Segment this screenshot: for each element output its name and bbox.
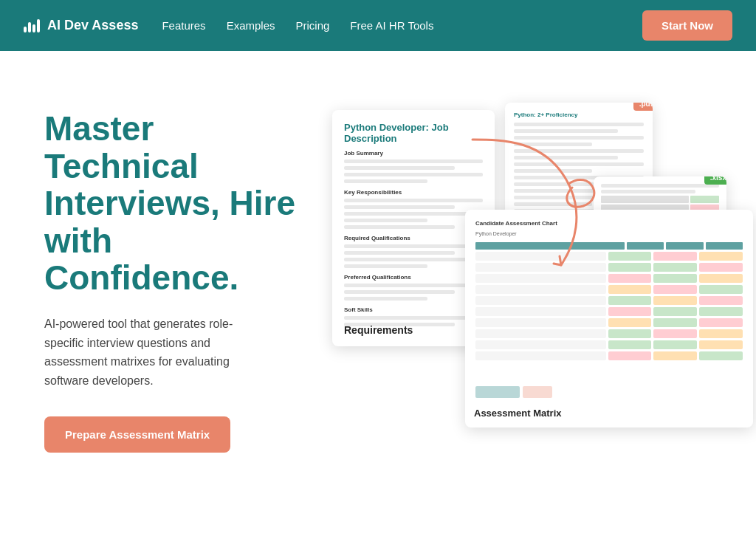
doc-line (514, 149, 644, 153)
assessment-document: Candidate Assessment Chart Python Develo… (465, 210, 753, 428)
doc-line (344, 159, 483, 163)
start-now-button[interactable]: Start Now (642, 10, 732, 41)
nav-link-features[interactable]: Features (162, 19, 205, 32)
doc-line (344, 290, 455, 294)
nav-item-examples[interactable]: Examples (227, 19, 275, 32)
pdf-badge: .pdf (633, 103, 653, 111)
doc-requirements-title: Python Developer: Job Description (344, 122, 483, 144)
doc-line (344, 264, 427, 268)
assessment-label: Assessment Matrix (474, 408, 562, 419)
doc-line (344, 297, 427, 301)
matrix-row (475, 329, 743, 338)
nav-link-examples[interactable]: Examples (227, 19, 275, 32)
doc-section-qualifications: Required Qualifications (344, 235, 483, 241)
matrix-row (475, 252, 743, 261)
logo-area: AI Dev Assess (24, 18, 138, 33)
xlsx-row (601, 196, 719, 203)
hero-title: Master Technical Interviews, Hire with C… (44, 110, 310, 297)
doc-section-summary: Job Summary (344, 150, 483, 157)
doc-line (344, 199, 483, 202)
doc-line (514, 143, 592, 146)
doc-line (344, 219, 427, 222)
matrix-row (475, 318, 743, 327)
xlsx-badge: .xlsx (704, 176, 726, 185)
matrix-row (475, 307, 743, 316)
hero-left: Master Technical Interviews, Hire with C… (44, 95, 310, 509)
nav-item-features[interactable]: Features (162, 19, 205, 32)
doc-line (514, 169, 592, 173)
doc-line (514, 129, 618, 133)
hero-right: Python Developer: Job Description Job Su… (325, 95, 712, 509)
prepare-assessment-button[interactable]: Prepare Assessment Matrix (44, 416, 230, 453)
doc-line (344, 284, 483, 287)
doc-line (344, 316, 483, 320)
assessment-sub: Python Developer (475, 231, 743, 236)
nav-item-free-tools[interactable]: Free AI HR Tools (350, 19, 433, 32)
matrix-header-row (475, 242, 743, 250)
nav-links: Features Examples Pricing Free AI HR Too… (162, 19, 433, 32)
navbar: AI Dev Assess Features Examples Pricing … (0, 0, 756, 51)
doc-line (344, 205, 455, 209)
doc-line (344, 258, 483, 261)
pdf-title: Python: 2+ Proficiency (514, 111, 644, 118)
doc-line (344, 244, 483, 248)
doc-line (514, 136, 644, 140)
doc-line (344, 166, 455, 170)
doc-line (344, 251, 455, 255)
doc-line (344, 173, 483, 176)
nav-link-free-tools[interactable]: Free AI HR Tools (350, 19, 433, 32)
doc-line (344, 212, 483, 216)
matrix-row (475, 340, 743, 349)
doc-line (514, 156, 618, 159)
requirements-label: Requirements (344, 324, 413, 336)
doc-section-responsibilities: Key Responsibilities (344, 189, 483, 196)
doc-section-softskills: Soft Skills (344, 306, 483, 313)
matrix-row (475, 263, 743, 272)
nav-link-pricing[interactable]: Pricing (295, 19, 329, 32)
matrix-row (475, 351, 743, 360)
assessment-footer (475, 386, 552, 398)
navbar-left: AI Dev Assess Features Examples Pricing … (24, 18, 433, 33)
logo-text: AI Dev Assess (47, 18, 138, 33)
matrix-row (475, 285, 743, 294)
nav-item-pricing[interactable]: Pricing (295, 19, 329, 32)
matrix-row (475, 274, 743, 283)
doc-line (601, 190, 695, 193)
hero-subtitle: AI-powered tool that generates role-spec… (44, 315, 266, 390)
doc-line (514, 202, 592, 206)
doc-line (344, 225, 455, 229)
assessment-header: Candidate Assessment Chart (475, 220, 743, 227)
doc-line (514, 162, 644, 166)
doc-line (514, 123, 644, 126)
doc-section-preferred: Preferred Qualifications (344, 274, 483, 281)
matrix-row (475, 296, 743, 305)
hero-section: Master Technical Interviews, Hire with C… (0, 51, 756, 539)
logo-icon (24, 19, 40, 32)
doc-line (344, 179, 427, 183)
doc-line (601, 184, 719, 188)
